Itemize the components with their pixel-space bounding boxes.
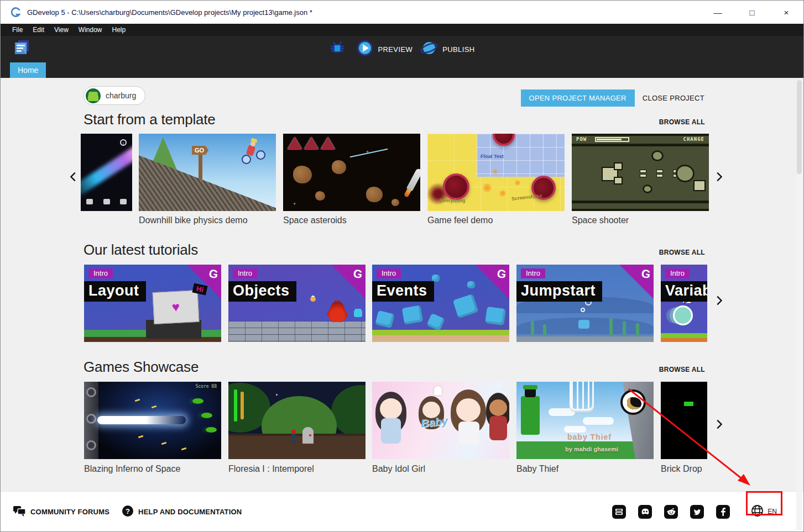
template-card-downhill-bike[interactable]: GO [139,134,276,211]
power-bar-art [595,137,629,142]
showcase-card-baby-idol[interactable]: Baby [372,382,509,459]
info-icon: i [120,139,127,146]
templates-browse-all[interactable]: BROWSE ALL [659,118,705,126]
twitter-icon[interactable] [690,505,704,519]
window-controls: — □ × [701,1,803,24]
ghost-art [673,305,693,325]
tab-home[interactable]: Home [10,62,46,78]
open-project-manager-button[interactable]: OPEN PROJECT MANAGER [521,89,635,107]
intro-tag: Intro [233,268,257,278]
tutorial-card-jumpstart[interactable]: G Intro Jumpstart [516,265,654,342]
laser-beam-art [97,416,186,424]
tutorial-title: Objects [228,281,296,302]
tutorial-card-events[interactable]: G Intro Events [372,265,509,342]
vertical-scrollbar[interactable] [796,78,802,530]
asteroid-art [676,165,695,182]
close-button[interactable]: × [769,1,803,24]
avatar [86,88,101,103]
reddit-icon[interactable] [664,505,678,519]
showcase-label: Floresia I : Intemporel [228,464,314,474]
preview-button[interactable]: PREVIEW [357,40,413,59]
tutorial-card-objects[interactable]: G Intro Objects [228,265,366,342]
showcase-card-baby-thief[interactable]: baby Thief by mahdi ghasemi [516,382,654,459]
youtube-icon[interactable] [612,505,626,519]
main-toolbar: PREVIEW PUBLISH [1,36,803,62]
maximize-button[interactable]: □ [735,1,769,24]
menu-view[interactable]: View [49,24,74,36]
asteroid-art [391,199,399,206]
template-label: Space shooter [572,215,629,225]
window-title: GDevelop 5 - C:\Users\charburg\Documents… [27,8,701,17]
showcase-label: Blazing Inferno of Space [84,464,180,474]
user-chip[interactable]: charburg [83,86,145,105]
asteroid-art [651,150,664,161]
intro-tag: Intro [665,268,690,278]
wanted-badge-art [620,389,646,415]
scrollbar-thumb[interactable] [797,80,802,174]
fire-art [327,297,348,322]
menu-edit[interactable]: Edit [28,24,49,36]
thief-character-art [521,396,540,435]
tutorials-scroll-right[interactable] [713,292,725,309]
showcase-label: Baby Idol Girl [372,464,425,474]
tutorial-card-variables[interactable]: +1 Intro Variab [661,265,707,342]
debug-button[interactable] [329,40,346,59]
publish-planet-icon [420,40,438,59]
change-label: CHANGE [683,136,704,142]
go-sign: GO [192,146,208,155]
gdevelop-g-icon: G [352,267,363,281]
fish-art [578,320,589,329]
showcase-card-brick-drop[interactable] [661,382,707,459]
showcase-card-blazing-inferno[interactable]: Score 88 [84,382,221,459]
debug-bug-icon [329,49,346,58]
tutorial-title: Events [372,281,434,302]
particle-trail-art [81,138,132,202]
tutorial-card-layout[interactable]: ♥ Hi G Intro Layout [84,265,221,342]
tutorials-section-title: Our latest tutorials [83,241,198,259]
showcase-scroll-right[interactable] [713,416,725,433]
minimize-button[interactable]: — [701,1,735,24]
username: charburg [106,91,136,100]
publish-button[interactable]: PUBLISH [420,40,474,59]
intro-tag: Intro [521,268,545,278]
discord-icon[interactable] [638,505,652,519]
heart-art: ♥ [171,299,180,315]
community-forums-button[interactable]: COMMUNITY FORUMS [13,505,109,519]
help-documentation-button[interactable]: ? HELP AND DOCUMENTATION [122,505,242,519]
thief-title-overlay: baby Thief [567,433,612,441]
door-art [302,427,314,444]
showcase-section-title: Games Showcase [83,359,199,376]
language-code: EN [768,508,777,515]
menu-window[interactable]: Window [74,24,107,36]
language-selector[interactable]: EN [746,501,781,522]
showcase-card-floresia[interactable] [228,382,366,459]
menu-bar: File Edit View Window Help [1,24,803,36]
home-content: charburg OPEN PROJECT MANAGER CLOSE PROJ… [1,78,803,491]
tutorial-title: Layout [84,281,146,302]
template-card-space-shooter[interactable]: POW CHANGE [572,134,709,211]
cage-art [570,382,594,410]
gdevelop-g-icon: G [496,267,507,281]
menu-help[interactable]: Help [107,24,131,36]
template-card-partial[interactable]: i [81,134,132,211]
showcase-browse-all[interactable]: BROWSE ALL [659,366,705,373]
tutorials-browse-all[interactable]: BROWSE ALL [659,249,705,256]
templates-scroll-left[interactable] [67,168,80,185]
facebook-icon[interactable] [716,505,730,519]
gdevelop-g-icon: G [208,267,219,281]
enemy-ship-art [321,137,335,149]
menu-file[interactable]: File [7,24,28,36]
template-card-space-asteroids[interactable]: + + [283,134,420,211]
help-question-icon: ? [122,505,134,519]
preview-play-icon [357,40,373,59]
template-label: Space asteroids [283,215,347,225]
globe-icon [751,504,764,519]
enemy-ship-art [695,181,704,190]
templates-scroll-right[interactable] [713,168,725,185]
intro-tag: Intro [88,268,113,278]
close-project-button[interactable]: CLOSE PROJECT [643,94,704,102]
tutorial-title: Variab [661,281,707,302]
template-card-game-feel[interactable]: Float Text Everything Screenshake [427,134,565,211]
preview-label: PREVIEW [378,45,413,54]
bug-art [354,310,362,317]
